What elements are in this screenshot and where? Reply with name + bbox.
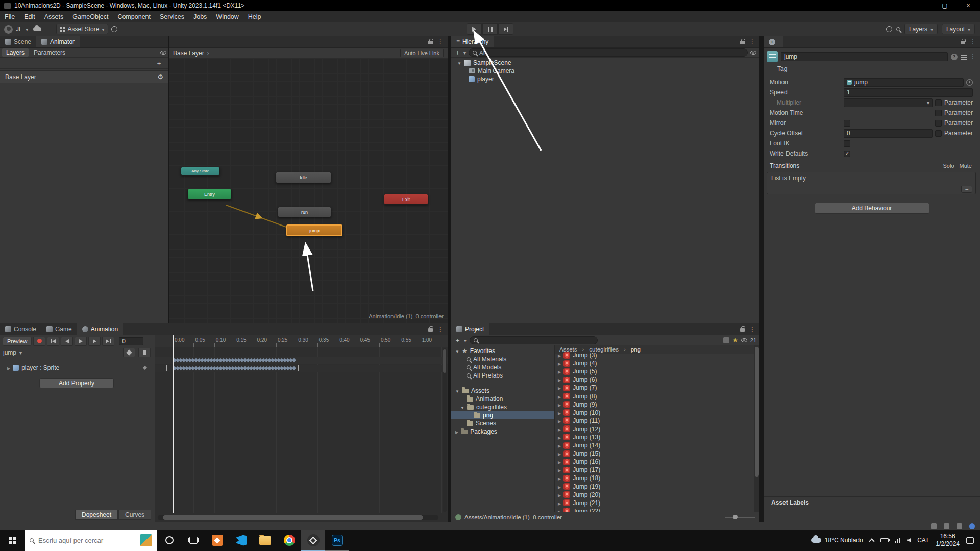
search-by-type-icon[interactable] xyxy=(723,337,729,343)
foldout-icon[interactable] xyxy=(558,409,561,416)
account-avatar-icon[interactable] xyxy=(4,25,13,34)
menu-item[interactable]: File xyxy=(0,11,19,22)
project-item[interactable]: Jump (15) xyxy=(555,449,754,458)
remove-transition-button[interactable]: − xyxy=(961,186,972,193)
create-asset-button[interactable] xyxy=(454,336,461,345)
foldout-icon[interactable] xyxy=(455,428,458,435)
add-layer-button[interactable] xyxy=(156,59,162,68)
preview-toggle-button[interactable]: Preview xyxy=(3,337,32,346)
project-item[interactable]: Jump (18) xyxy=(555,474,754,482)
kebab-menu-icon[interactable] xyxy=(437,325,444,333)
menu-item[interactable]: Services xyxy=(155,11,189,22)
mirror-parameter-checkbox[interactable] xyxy=(935,120,942,127)
foldout-icon[interactable] xyxy=(558,450,561,457)
project-item[interactable]: Jump (9) xyxy=(555,400,754,409)
record-button[interactable] xyxy=(33,337,45,346)
playhead[interactable] xyxy=(173,335,174,513)
foldout-icon[interactable] xyxy=(455,387,459,394)
foldout-icon[interactable] xyxy=(455,347,459,355)
tab-animator[interactable]: Animator xyxy=(36,36,80,47)
taskbar-search[interactable] xyxy=(24,530,157,551)
task-view-button[interactable] xyxy=(181,530,205,551)
state-name-input[interactable] xyxy=(781,52,948,61)
cloud-status-icon[interactable] xyxy=(931,523,937,529)
next-key-button[interactable] xyxy=(88,337,101,346)
asset-labels-section[interactable]: Asset Labels xyxy=(764,496,980,508)
state-node-any-state[interactable]: Any State xyxy=(181,167,220,176)
layers-subtab[interactable]: Layers xyxy=(2,48,29,57)
state-node-idle[interactable]: Idle xyxy=(276,172,331,183)
menu-item[interactable]: GameObject xyxy=(68,11,113,22)
tab-inspector[interactable] xyxy=(764,36,783,47)
favorites-item[interactable]: All Models xyxy=(451,363,554,371)
lock-icon[interactable] xyxy=(428,328,433,332)
keyboard-language-button[interactable]: CAT xyxy=(917,537,929,544)
foldout-icon[interactable] xyxy=(558,417,561,424)
layers-dropdown[interactable]: Layers xyxy=(904,24,938,34)
foldout-icon[interactable] xyxy=(558,483,561,490)
project-item[interactable]: Jump (22) xyxy=(555,507,754,512)
tab-hierarchy[interactable]: Hierarchy xyxy=(451,36,494,47)
hierarchy-row-player[interactable]: player xyxy=(451,75,760,83)
foldout-icon[interactable] xyxy=(7,364,10,371)
gear-icon[interactable] xyxy=(157,73,163,81)
tab-animation[interactable]: Animation xyxy=(77,323,123,335)
packages-root[interactable]: Packages xyxy=(451,428,554,436)
play-button[interactable] xyxy=(467,23,482,35)
speed-input[interactable]: 1 xyxy=(844,88,973,97)
slider-thumb[interactable] xyxy=(733,515,738,519)
kebab-menu-icon[interactable] xyxy=(970,38,976,45)
project-item[interactable]: Jump (12) xyxy=(555,425,754,433)
cortana-button[interactable] xyxy=(157,530,181,551)
collab-status-icon[interactable] xyxy=(969,523,975,529)
foldout-icon[interactable] xyxy=(460,404,464,411)
favorites-root[interactable]: ★ Favorites xyxy=(451,347,554,355)
timeline-ruler[interactable]: 0:000:050:100:150:200:250:300:350:400:45… xyxy=(155,335,448,347)
layer-item-base-layer[interactable]: Base Layer xyxy=(0,70,168,83)
project-item[interactable]: Jump (8) xyxy=(555,392,754,400)
project-scrollbar[interactable] xyxy=(754,345,760,512)
auto-live-link-button[interactable]: Auto Live Link xyxy=(400,49,444,57)
motion-time-parameter-checkbox[interactable] xyxy=(935,110,942,116)
state-node-run[interactable]: run xyxy=(278,207,331,217)
thumbnail-size-slider[interactable] xyxy=(725,512,755,522)
foldout-icon[interactable] xyxy=(558,368,561,375)
cycle-offset-input[interactable]: 0 xyxy=(844,129,933,138)
foldout-icon[interactable] xyxy=(558,401,561,408)
keyframe-track-summary[interactable] xyxy=(155,357,448,364)
state-node-jump-selected[interactable]: jump xyxy=(286,224,342,236)
project-item[interactable]: Jump (20) xyxy=(555,491,754,499)
file-explorer-button[interactable] xyxy=(253,530,277,551)
eye-icon[interactable] xyxy=(160,51,166,55)
current-frame-input[interactable]: 0 xyxy=(119,337,143,345)
favorites-item[interactable]: All Materials xyxy=(451,355,554,363)
menu-item[interactable]: Help xyxy=(243,11,266,22)
console-status-icon[interactable] xyxy=(957,523,962,529)
foldout-icon[interactable] xyxy=(558,360,561,367)
keyframe-track-sprite[interactable] xyxy=(155,365,448,372)
scrollbar-thumb[interactable] xyxy=(755,347,759,477)
battery-icon[interactable] xyxy=(880,538,889,542)
chrome-button[interactable] xyxy=(277,530,301,551)
project-item[interactable]: Jump (21) xyxy=(555,499,754,507)
last-frame-button[interactable] xyxy=(102,337,114,346)
kebab-menu-icon[interactable] xyxy=(749,325,755,333)
state-machine-canvas[interactable]: Any State Idle Entry run Exit jump Anima… xyxy=(169,58,448,323)
mirror-checkbox[interactable] xyxy=(844,120,850,127)
foldout-icon[interactable] xyxy=(558,425,561,433)
unity-hub-button[interactable] xyxy=(205,530,229,551)
write-defaults-checkbox[interactable] xyxy=(844,151,850,157)
add-behaviour-button[interactable]: Add Behaviour xyxy=(815,203,929,214)
project-search-input[interactable] xyxy=(470,336,597,344)
tray-expand-icon[interactable] xyxy=(869,538,874,544)
first-frame-button[interactable] xyxy=(47,337,59,346)
motion-object-field[interactable]: jump xyxy=(844,78,964,87)
favorites-item[interactable]: All Prefabs xyxy=(451,371,554,380)
vscode-button[interactable] xyxy=(229,530,253,551)
foldout-icon[interactable] xyxy=(558,393,561,400)
curves-button[interactable]: Curves xyxy=(118,510,151,520)
pause-button[interactable] xyxy=(482,23,498,35)
maximize-button[interactable]: ▢ xyxy=(933,0,957,11)
help-icon[interactable] xyxy=(951,54,958,60)
undo-history-icon[interactable] xyxy=(886,26,892,32)
